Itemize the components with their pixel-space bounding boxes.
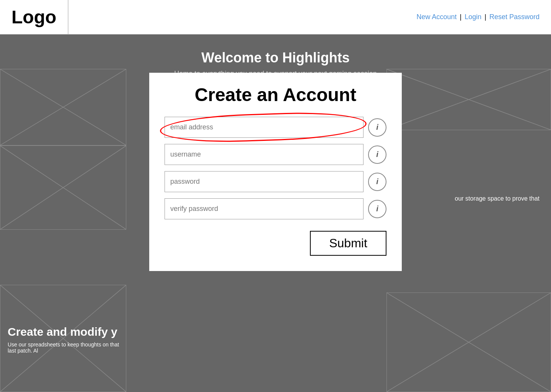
- verify-password-input[interactable]: [165, 198, 364, 219]
- modal-overlay: Create an Account i i i: [0, 34, 551, 392]
- verify-password-info-button[interactable]: i: [368, 200, 386, 218]
- username-form-row: i: [165, 144, 386, 165]
- password-input[interactable]: [165, 171, 364, 192]
- background-content: Welcome to Highlights Home to everything…: [0, 34, 551, 392]
- username-input[interactable]: [165, 144, 364, 165]
- username-info-button[interactable]: i: [368, 145, 386, 164]
- password-info-button[interactable]: i: [368, 173, 386, 191]
- email-input[interactable]: [165, 117, 364, 138]
- new-account-link[interactable]: New Account: [416, 13, 456, 21]
- nav-separator-1: |: [460, 13, 462, 21]
- header: Logo New Account | Login | Reset Passwor…: [0, 0, 551, 34]
- logo: Logo: [11, 0, 68, 34]
- login-link[interactable]: Login: [465, 13, 481, 21]
- email-field-wrapper: [165, 117, 364, 138]
- submit-button[interactable]: Submit: [310, 231, 386, 256]
- password-form-row: i: [165, 171, 386, 192]
- reset-password-link[interactable]: Reset Password: [489, 13, 540, 21]
- create-account-modal: Create an Account i i i: [149, 73, 402, 271]
- nav-separator-2: |: [484, 13, 486, 21]
- submit-row: Submit: [165, 231, 386, 256]
- nav-links: New Account | Login | Reset Password: [416, 13, 540, 21]
- email-info-button[interactable]: i: [368, 118, 386, 137]
- modal-title: Create an Account: [165, 84, 386, 105]
- email-form-row: i: [165, 117, 386, 138]
- verify-password-form-row: i: [165, 198, 386, 219]
